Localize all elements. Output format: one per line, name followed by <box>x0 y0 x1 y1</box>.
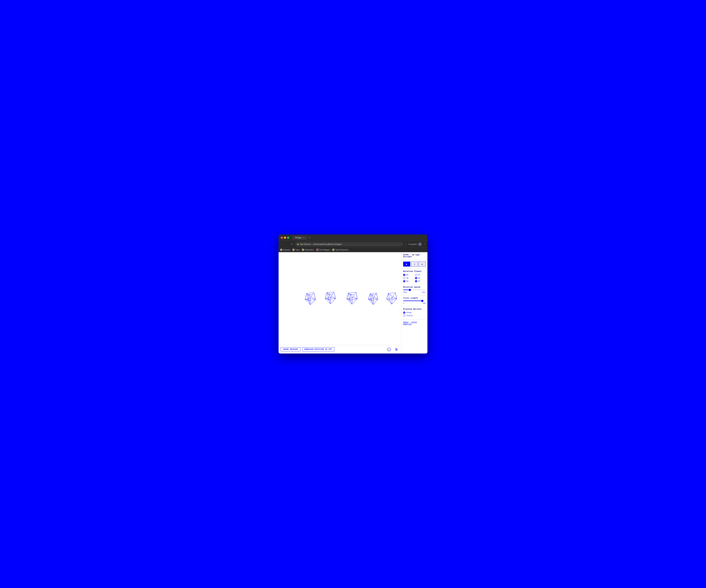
svg-line-48 <box>368 294 370 299</box>
settings-button[interactable] <box>394 347 399 352</box>
bottom-bar: SHARE MESSAGE DOWNLOAD ROTATION AS OTF i <box>279 345 401 353</box>
svg-line-8 <box>305 298 310 299</box>
trail-length-slider[interactable]: 2 300 <box>403 301 426 304</box>
folder-icon: 📁 <box>302 249 304 251</box>
close-button[interactable] <box>281 237 283 239</box>
plane-ZW[interactable]: ZW <box>403 280 414 282</box>
drawing-options-section: Drawing Options Forms Trails <box>401 306 427 320</box>
bookmarks-bar: 📁 Industry 📁 Type 📁 Illustrators 🔴 Run M… <box>279 247 427 252</box>
svg-line-18 <box>325 293 327 299</box>
bottom-left: SHARE MESSAGE DOWNLOAD ROTATION AS OTF <box>281 347 335 351</box>
svg-line-34 <box>356 292 357 299</box>
shape-5 <box>384 288 401 309</box>
canvas-shapes <box>279 252 401 345</box>
folder-icon: 📁 <box>332 249 335 251</box>
tab-close-button[interactable]: ✕ <box>303 237 304 239</box>
avatar: I <box>418 243 422 246</box>
trail-length-title: Trail Length <box>403 297 426 299</box>
svg-line-29 <box>328 294 330 299</box>
svg-marker-30 <box>348 292 357 300</box>
svg-line-50 <box>373 299 378 305</box>
svg-line-59 <box>371 294 373 300</box>
menu-button[interactable]: ⋮ <box>423 243 426 246</box>
folder-icon: 📁 <box>280 249 282 251</box>
radio-XY[interactable] <box>415 274 417 276</box>
bookmark-type[interactable]: 📁 Type <box>292 249 300 251</box>
bookmark-type-research[interactable]: 📁 Type Research <box>332 249 348 251</box>
option-trails[interactable]: Trails <box>403 314 426 317</box>
trail-slider-labels: 2 300 <box>403 302 426 304</box>
about-separator: • <box>409 321 411 323</box>
svg-marker-60 <box>388 293 397 300</box>
svg-line-58 <box>369 299 374 302</box>
not-secure-label: Not Secure <box>300 243 311 246</box>
shape-4 <box>364 288 382 309</box>
address-input[interactable]: 🔒 Not Secure | kevinzweerink.github.io/n… <box>295 242 403 246</box>
title-bar: NType ✕ + <box>279 235 427 241</box>
about-link[interactable]: About <box>403 321 408 323</box>
plane-XY[interactable]: XY <box>415 274 426 276</box>
plane-YW[interactable]: YW <box>403 277 414 279</box>
bookmark-label: Industry <box>283 249 290 251</box>
bottom-right: i <box>386 347 399 352</box>
svg-line-69 <box>392 298 397 299</box>
active-tab[interactable]: NType ✕ <box>292 236 307 240</box>
bookmark-run-mapper[interactable]: 🔴 Run Mapper <box>316 249 330 251</box>
bookmark-label: Illustrators <box>305 249 314 251</box>
bookmark-industry[interactable]: 📁 Industry <box>280 249 290 251</box>
new-tab-button[interactable]: + <box>308 236 312 239</box>
rotation-planes-grid: XW XY YW XZ <box>403 274 426 282</box>
svg-point-79 <box>396 350 396 350</box>
download-rotation-button[interactable]: DOWNLOAD ROTATION AS OTF <box>302 347 335 351</box>
rewind-button[interactable]: ⏮ <box>419 262 426 266</box>
refresh-button[interactable]: ↻ <box>290 243 293 246</box>
bookmark-label: Type <box>296 249 300 251</box>
plane-XW[interactable]: XW <box>403 274 414 276</box>
info-button[interactable]: i <box>386 347 392 352</box>
address-bar: ← → ↻ 🔒 Not Secure | kevinzweerink.githu… <box>279 241 427 247</box>
radio-ZW[interactable] <box>403 280 405 282</box>
svg-line-25 <box>330 297 331 304</box>
svg-line-40 <box>352 298 352 304</box>
folder-icon: 📁 <box>292 249 295 251</box>
option-forms[interactable]: Forms <box>403 311 426 314</box>
maximize-button[interactable] <box>287 237 289 239</box>
browser-content: SHARE MESSAGE DOWNLOAD ROTATION AS OTF i <box>279 252 427 353</box>
svg-line-35 <box>352 299 357 304</box>
share-message-button[interactable]: SHARE MESSAGE <box>281 347 300 351</box>
trail-length-section: Trail Length 2 300 <box>401 295 427 306</box>
trail-min-label: 2 <box>403 302 404 304</box>
rotation-planes-section: Rotation Planes XW XY YW <box>401 268 427 284</box>
svg-line-27 <box>328 294 333 294</box>
svg-line-67 <box>392 293 395 298</box>
slow-label: Slow <box>403 292 407 293</box>
checkbox-trails[interactable] <box>403 314 405 317</box>
checkbox-forms[interactable] <box>403 311 405 314</box>
transport-buttons: ▶ ⏸ ⏮ <box>403 262 426 266</box>
forward-button[interactable]: → <box>285 243 289 246</box>
rotation-speed-slider[interactable]: Slow Fast <box>403 290 426 293</box>
plane-YZ[interactable]: YZ <box>415 280 426 282</box>
back-button[interactable]: ← <box>280 243 284 246</box>
radio-XW[interactable] <box>403 274 405 276</box>
plane-XZ[interactable]: XZ <box>415 277 426 279</box>
svg-line-43 <box>347 298 353 302</box>
slider-track <box>403 290 426 290</box>
minimize-button[interactable] <box>284 237 286 239</box>
address-right: ☆ Incognito I ⋮ <box>405 243 426 246</box>
radio-XZ[interactable] <box>415 277 417 279</box>
svg-line-39 <box>352 298 357 299</box>
pause-button[interactable]: ⏸ <box>411 262 418 266</box>
bookmark-illustrators[interactable]: 📁 Illustrators <box>302 249 314 251</box>
play-button[interactable]: ▶ <box>403 262 410 266</box>
radio-YZ[interactable] <box>415 280 417 282</box>
rotation-planes-title: Rotation Planes <box>403 270 426 272</box>
star-icon[interactable]: ☆ <box>405 243 407 246</box>
slider-thumb[interactable] <box>409 289 411 291</box>
drawing-options-title: Drawing Options <box>403 308 426 310</box>
trail-slider-thumb[interactable] <box>421 300 423 302</box>
svg-point-78 <box>397 349 397 350</box>
slider-labels: Slow Fast <box>403 292 426 293</box>
svg-text:i: i <box>389 348 389 350</box>
radio-YW[interactable] <box>403 277 405 279</box>
